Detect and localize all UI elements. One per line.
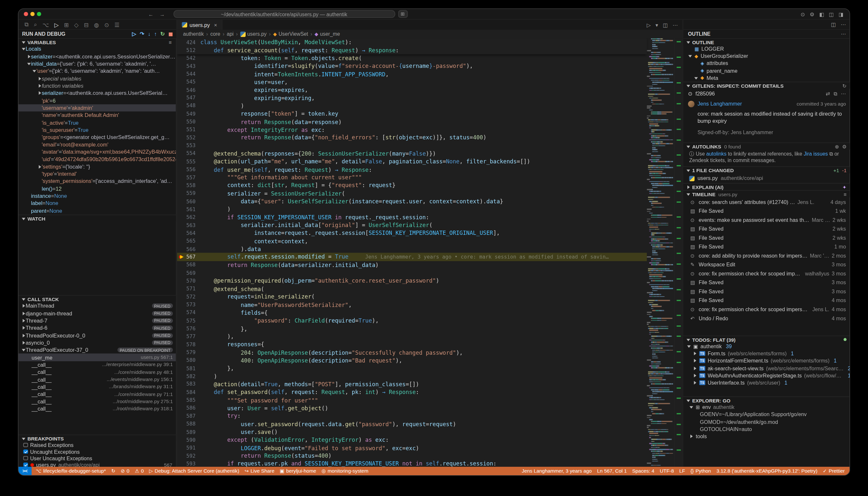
gutter[interactable]	[177, 404, 185, 412]
breadcrumb-item-api[interactable]: api	[227, 31, 234, 37]
timeline-item[interactable]: ▤File Saved2 wks	[683, 233, 850, 242]
gutter[interactable]	[177, 325, 185, 332]
todo-file-row[interactable]: TSWebAuthnAuthenticatorRegisterStage.ts(…	[683, 372, 850, 379]
variable-row[interactable]: 'name' = 'authentik Default Admin'	[18, 111, 176, 119]
call-stack-thread-row[interactable]: MainThreadPAUSED	[18, 302, 176, 310]
variable-row[interactable]: 'username' = 'akadmin'	[18, 104, 176, 112]
language-item[interactable]: {}Python	[690, 468, 711, 474]
call-stack-frame-row[interactable]: __call__.../root/middleware.py 275:1	[18, 398, 176, 405]
chevron-icon[interactable]	[693, 359, 697, 363]
remote-indicator[interactable]: ><	[18, 467, 31, 475]
gutter[interactable]	[177, 436, 185, 444]
host-item[interactable]: ▣beryljui-home	[280, 468, 316, 474]
variable-row[interactable]: serializer = <authentik.core.api.users.U…	[18, 89, 176, 97]
eol-item[interactable]: LF	[679, 468, 685, 474]
timeline-item[interactable]: ↶Undo / Redo4 mos	[683, 313, 850, 323]
disconnect-icon[interactable]: ◼	[168, 31, 173, 37]
call-stack-frame-row[interactable]: __call__.../enterprise/middleware.py 39:…	[18, 361, 176, 369]
timeline-item[interactable]: ⊙core: fix permission check for scoped i…	[683, 305, 850, 314]
filter-icon[interactable]: ≡	[169, 39, 172, 45]
gutter[interactable]	[177, 364, 185, 372]
variable-row[interactable]: len() = 12	[18, 185, 176, 192]
timeline-item[interactable]: ▤File Saved4 mos	[683, 296, 850, 305]
gutter[interactable]	[177, 261, 185, 269]
back-icon[interactable]: ←	[148, 11, 154, 17]
outline-item-parent_name[interactable]: ◈parent_name	[683, 67, 850, 74]
call-stack-thread-row[interactable]: django-main-threadPAUSED	[18, 310, 176, 317]
more-icon[interactable]: ⋯	[841, 21, 846, 27]
commit-author[interactable]: Jens Langhammer	[697, 101, 742, 107]
settings-gear-icon[interactable]: ⚙	[810, 11, 815, 17]
chevron-icon[interactable]	[21, 47, 26, 51]
layout-sidebar-left-icon[interactable]: ◧	[819, 11, 824, 17]
variable-row[interactable]: special variables	[18, 75, 176, 82]
explain-section-header[interactable]: EXPLAIN (AI) ✦	[683, 183, 850, 190]
warnings-item[interactable]: ⚠0	[135, 468, 144, 474]
todos-section-header[interactable]: TODOS: FLAT (39)	[683, 336, 850, 343]
todo-tree-icon[interactable]: ☰	[114, 21, 120, 28]
timeline-item[interactable]: ⊙core: fix permission check for scoped i…	[683, 269, 850, 278]
gutter[interactable]	[177, 118, 185, 125]
branch-item[interactable]: ⌥lifecycle/fix-debugger-setup*	[36, 468, 106, 474]
timeline-item[interactable]: ✎Workspace Edit3 mos	[683, 260, 850, 269]
timeline-item[interactable]: ▤File Saved3 mos	[683, 278, 850, 287]
gutter[interactable]	[177, 277, 185, 284]
chevron-icon[interactable]	[21, 341, 26, 345]
overview-ruler[interactable]	[675, 38, 683, 468]
gutter[interactable]	[177, 205, 185, 213]
close-window-button[interactable]	[24, 12, 28, 16]
tab-users-py[interactable]: users.py ×	[177, 20, 222, 30]
step-over-icon[interactable]: ↷	[140, 31, 144, 37]
pane-more-icon[interactable]: ⋯	[841, 31, 846, 37]
gutter[interactable]	[177, 332, 185, 340]
chevron-icon[interactable]	[693, 373, 697, 377]
variable-row[interactable]: serializer = <authentik.core.api.users.S…	[18, 52, 176, 60]
gutter[interactable]	[177, 452, 185, 460]
todo-file-row[interactable]: TSUserInterface.ts(web/src/user)1	[683, 379, 850, 386]
gitlens-icon[interactable]: ⊙	[104, 21, 109, 28]
errors-item[interactable]: ⊘0	[121, 468, 129, 474]
variable-row[interactable]: 'avatar' = 'data:image/svg+xml;base64,PH…	[18, 149, 176, 156]
gutter[interactable]	[177, 309, 185, 316]
gutter[interactable]	[177, 126, 185, 134]
variable-row[interactable]: function variables	[18, 82, 176, 90]
chevron-icon[interactable]	[38, 84, 42, 88]
layout-sidebar-right-icon[interactable]: ◨	[839, 11, 843, 17]
gutter[interactable]	[177, 150, 185, 157]
autolinks-section-header[interactable]: AUTOLINKS 0 found ⊕ ⚙	[683, 143, 850, 150]
monitoring-item[interactable]: ◎monitoring-system	[322, 468, 368, 474]
timeline-item[interactable]: ▤File Saved2 wks	[683, 224, 850, 233]
gutter[interactable]	[177, 317, 185, 325]
gutter[interactable]	[177, 221, 185, 229]
run-debug-icon[interactable]: ▷	[54, 21, 59, 28]
gutter[interactable]	[177, 237, 185, 245]
breakpoints-section-header[interactable]: BREAKPOINTS	[18, 435, 176, 442]
call-stack-section-header[interactable]: CALL STACK	[18, 295, 176, 302]
variable-row[interactable]: 'groups' = <generator object UserSelfSer…	[18, 134, 176, 141]
gutter[interactable]	[177, 134, 185, 141]
chevron-icon[interactable]	[27, 54, 31, 59]
gutter[interactable]	[177, 293, 185, 300]
todo-repo-row[interactable]: ▣ authentik 39	[683, 343, 850, 350]
gutter[interactable]	[177, 388, 185, 396]
live-share-item[interactable]: ↪Live Share	[245, 468, 275, 474]
call-stack-frame-row[interactable]: user_meusers.py 567:1	[18, 354, 176, 361]
timeline-item[interactable]: ⊙core: add ability to provide reason for…	[683, 251, 850, 260]
breadcrumb-item-users-py[interactable]: users.py	[240, 31, 267, 37]
timeline-section-header[interactable]: TIMELINE users.py ≡	[683, 190, 850, 197]
chevron-icon[interactable]	[21, 304, 26, 308]
variable-row[interactable]: 'user' = {'pk': 6, 'username': 'akadmin'…	[18, 67, 176, 75]
chevron-icon[interactable]	[21, 319, 26, 323]
gutter[interactable]	[177, 46, 185, 54]
timeline-item[interactable]: ⊙events: make sure password set event ha…	[683, 215, 850, 224]
interpreter-item[interactable]: 3.12.8 ('authentik-xEAhpGPh-py3.12': Poe…	[716, 468, 817, 474]
docker-icon[interactable]: ◍	[94, 21, 99, 28]
layout-panel-icon[interactable]: ◫	[829, 11, 834, 17]
call-stack-thread-row[interactable]: asyncio_0PAUSED	[18, 339, 176, 346]
breakpoint-checkbox[interactable]	[24, 443, 28, 447]
chevron-icon[interactable]	[21, 348, 26, 352]
gutter[interactable]	[177, 70, 185, 78]
step-into-icon[interactable]: ↓	[148, 31, 151, 37]
variable-row[interactable]: 'is_active' = True	[18, 119, 176, 126]
testing-icon[interactable]: ◇	[74, 21, 78, 28]
